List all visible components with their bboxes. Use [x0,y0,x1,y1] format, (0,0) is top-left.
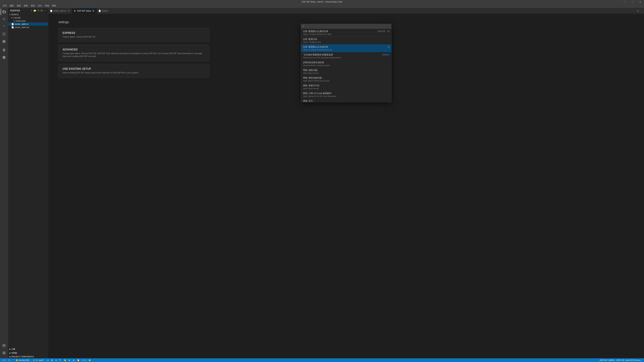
tab-bar: 📄 vector_add.cu ✕ ⚡ ESP-IDF Setup ✕ 📄 ve… [48,8,644,14]
port-icon: 🔌 [13,359,15,361]
new-folder-icon[interactable]: 📁 [33,9,36,12]
status-icon-5[interactable]: ⭐ [63,359,67,361]
cp-item-badge: 最近使用 [378,30,385,32]
activity-settings[interactable] [1,350,8,356]
tree-tasks-json[interactable]: { } tasks.json [8,19,48,22]
status-chip[interactable]: ⚡ ⚡ esp32 [32,358,44,362]
menu-terminal[interactable]: 终端 [44,4,50,7]
port-label: 🔔 /dev/ttyUSB1 [16,359,29,361]
project-components-header[interactable]: ▶ PROJECT COMPONENTS [8,355,48,358]
activity-bar-bottom [1,342,8,358]
split-editor-icon[interactable]: ⊡ [636,9,639,12]
activity-remote[interactable] [1,54,8,61]
cp-item-view-license[interactable]: 帮助: 查看许可证 Help: View License [301,83,391,91]
settings-title: settings. [58,20,634,24]
status-esp-idf-qemu[interactable]: [ESP-IDF: QEMU] [599,359,615,361]
status-icon-2[interactable]: 🗑 [50,359,54,361]
status-sync[interactable]: ↑0 ↓0 [81,359,87,361]
file-icon: { } [14,20,15,22]
status-icon-1[interactable]: 🗂 [46,359,50,361]
status-errors[interactable]: ⚠ 0 🚫 0 [1,358,10,362]
status-icon-8[interactable]: 📋 [76,359,80,361]
timeline-section: ▶ 时间线 [8,351,48,355]
menu-view[interactable]: 查看 [22,4,29,7]
cp-item-report-perf[interactable]: 帮助: 报告性能问题... Help: Report Performance I… [301,75,391,83]
menu-select[interactable]: 选择 [16,4,22,7]
cp-item-sublabel: Help: Signup for the VS Code Newsletter [303,95,389,97]
command-palette[interactable]: 任务: 配置默认认测试任务 Tasks: Configure Default T… [301,24,392,102]
activity-bar [0,8,8,358]
menu-help[interactable]: 帮助 [51,4,57,7]
sidebar: 资源管理器 + 📁 ↻ ⊟ ··· ▾ DEMO1 ▾ .vscode { [8,8,48,358]
cp-item-configure-build-task[interactable]: 任务: 配置默认认生成任务 Tasks: Configure Default B… [301,44,391,52]
command-palette-input[interactable] [303,25,390,27]
activity-explorer[interactable] [1,8,8,15]
timeline-header[interactable]: ▶ 时间线 [8,352,48,355]
tab-close-button[interactable]: ✕ [67,9,70,12]
cp-item-file-operation-preview[interactable]: "文件操作需要预览"的重置选项 Reset choice for 'File o… [301,52,391,60]
status-port[interactable]: 🔌 🔔 /dev/ttyUSB1 [12,358,30,362]
outline-header[interactable]: ▶ 大纲 [8,348,48,351]
cp-item-signup-newsletter[interactable]: 帮助: 订阅 VS Code 新闻邮件 Help: Signup for the… [301,91,391,98]
activity-scm[interactable] [1,23,8,30]
more-actions-icon[interactable]: ··· [44,9,46,12]
activity-account[interactable] [1,342,8,349]
cp-item-help-about[interactable]: 帮助: 关于... [301,98,391,102]
tab-close-button[interactable]: ✕ [92,9,95,12]
cp-item-label: 任务: 配置任务 [303,38,389,41]
refresh-icon[interactable]: ↻ [38,9,40,12]
status-bell[interactable]: 🔔 [88,359,92,361]
cp-item-configure-task[interactable]: 任务: 配置任务 Tasks: Configure Task [301,36,391,44]
cp-item-build-target[interactable]: (内部)按名称生成目标 (Internal) Build a Target by… [301,60,391,67]
window-controls: ─ □ ✕ [621,0,644,4]
cp-item-label: 帮助: 关于... [303,99,389,102]
tree-demo1[interactable]: ▾ DEMO1 [8,13,48,16]
chevron-down-icon: ▾ [10,13,10,16]
new-file-icon[interactable]: + [31,9,32,12]
advanced-option[interactable]: ADVANCED Configurable option. Choose ESP… [58,44,209,61]
tab-vector-add-cu[interactable]: 📄 vector_add.cu ✕ [48,8,72,14]
activity-debug[interactable] [1,31,8,37]
tab-esp-idf-setup[interactable]: ⚡ ESP-IDF Setup ✕ [72,8,97,14]
tab-label: vector... [102,10,109,12]
status-icon-3[interactable]: ⊕ [55,359,58,361]
collapse-icon[interactable]: ⊟ [40,9,43,12]
advanced-title: ADVANCED [62,48,205,51]
status-icon-6[interactable]: ⊞ [68,359,71,361]
cp-item-sublabel: Reset choice for 'File operation needs p… [303,57,389,59]
tree-vscode[interactable]: ▾ .vscode [8,16,48,19]
tab-vector-out[interactable]: 📄 vector... [97,8,111,14]
tree-vector-add-out[interactable]: 📄 vector_add.out [8,26,48,29]
activity-search[interactable] [1,16,8,23]
express-option[interactable]: EXPRESS Fastest option. Choose ESP-IDF, … [58,28,209,42]
chip-icon: ⚡ [33,359,35,361]
activity-extensions[interactable] [1,38,8,45]
express-title: EXPRESS [62,31,205,34]
tree-vector-add-cu[interactable]: 📄 vector_add.cu [8,22,48,26]
more-actions-icon[interactable]: ··· [640,9,643,12]
sidebar-header-icons: + 📁 ↻ ⊟ ··· [31,9,46,12]
gear-icon[interactable]: ⚙ [388,30,390,33]
status-icon-4[interactable]: 🔍 [58,359,62,361]
error-count: 0 [4,359,5,361]
tab-esp-icon: ⚡ [74,10,76,12]
menu-file[interactable]: 文件 [1,4,8,7]
use-existing-option[interactable]: USE EXISTING SETUP Select existing ESP-I… [58,64,209,78]
gear-icon[interactable]: ⚙ [388,45,390,48]
minimize-button[interactable]: ─ [621,0,628,4]
cp-item-report-issue[interactable]: 帮助: 报告问题... Help: Report Issue... [301,67,391,75]
tree-item-label: tasks.json [16,19,26,22]
status-esp-idf-openocd[interactable]: [ESP-IDF: OpenOCD Server]... [616,359,643,361]
menu-edit[interactable]: 编辑 [8,4,15,7]
sidebar-header: 资源管理器 + 📁 ↻ ⊟ ··· [8,8,48,12]
menu-goto[interactable]: 转到 [30,4,36,7]
maximize-button[interactable]: □ [628,0,636,4]
status-icon-7[interactable]: 🔒 [72,359,76,361]
activity-esp-idf[interactable] [1,47,8,53]
window-title: ESP-IDF Setup - demo1 - Visual Studio Co… [302,1,342,3]
menu-run[interactable]: 运行 [36,4,43,7]
tab-file-icon: 📄 [50,10,52,12]
sidebar-title: 资源管理器 [10,9,20,12]
cp-item-configure-test-task[interactable]: 任务: 配置默认认测试任务 Tasks: Configure Default T… [301,29,391,36]
close-button[interactable]: ✕ [636,0,644,4]
